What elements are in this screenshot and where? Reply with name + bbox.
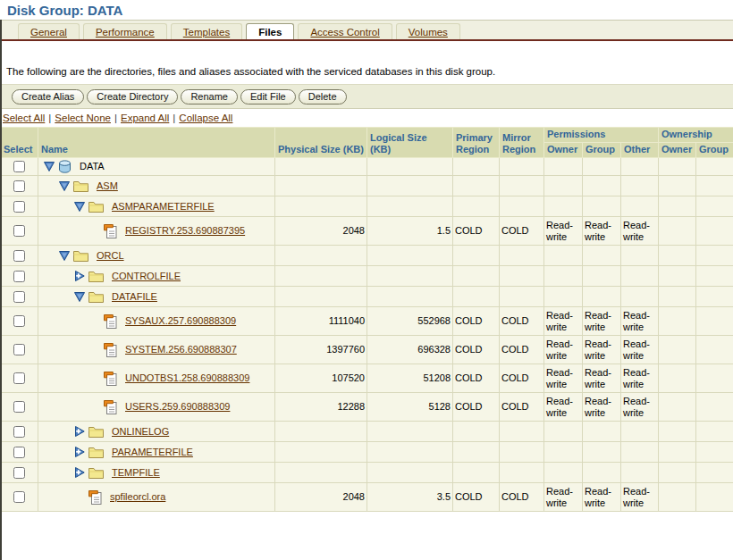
physical-size-cell: 2048	[275, 483, 367, 512]
directory-link[interactable]: TEMPFILE	[112, 467, 160, 478]
physical-size-cell	[275, 196, 367, 217]
tree-node: CONTROLFILE	[40, 271, 273, 282]
select-cell	[1, 246, 38, 266]
select-all-link[interactable]: Select All	[3, 113, 45, 123]
edit-file-button[interactable]: Edit File	[240, 89, 296, 104]
row-checkbox[interactable]	[13, 467, 25, 479]
directory-link[interactable]: DATAFILE	[112, 291, 157, 302]
perm-group-cell: Read-write	[583, 483, 621, 512]
tree-node: DATA	[40, 160, 273, 173]
logical-size-cell: 51208	[367, 364, 453, 393]
row-checkbox[interactable]	[13, 161, 25, 172]
directory-link[interactable]: CONTROLFILE	[112, 271, 181, 281]
row-checkbox[interactable]	[13, 315, 25, 327]
perm-other-cell: Read-write	[621, 307, 659, 336]
file-link[interactable]: SYSAUX.257.690888309	[125, 315, 236, 326]
tab-label[interactable]: Performance	[96, 27, 155, 38]
toolbar: Create AliasCreate DirectoryRenameEdit F…	[0, 84, 733, 109]
tab-volumes[interactable]: Volumes	[396, 23, 460, 39]
row-checkbox[interactable]	[13, 271, 25, 282]
logical-size-cell: 3.5	[367, 483, 453, 512]
table-row: DATAFILE	[1, 287, 733, 307]
tree-node: TEMPFILE	[40, 467, 273, 479]
tree-node: ASMPARAMETERFILE	[40, 201, 273, 213]
table-row: SYSAUX.257.690888309 1111040 552968 COLD…	[1, 307, 733, 336]
tab-templates[interactable]: Templates	[171, 23, 242, 39]
collapse-node-icon[interactable]	[74, 292, 88, 302]
collapse-node-icon[interactable]	[74, 202, 88, 212]
row-checkbox[interactable]	[13, 372, 25, 384]
row-checkbox[interactable]	[13, 447, 25, 458]
file-link[interactable]: USERS.259.690888309	[125, 401, 230, 412]
tab-label: Files	[258, 27, 282, 38]
select-none-link[interactable]: Select None	[55, 113, 111, 123]
header-logical-size: Logical Size (KB)	[367, 128, 453, 158]
file-link[interactable]: SYSTEM.256.690888307	[125, 344, 237, 355]
row-checkbox[interactable]	[13, 180, 25, 192]
directory-link[interactable]: ASM	[97, 180, 118, 191]
row-checkbox[interactable]	[13, 291, 25, 303]
folder-icon	[88, 271, 104, 282]
primary-region-cell: COLD	[453, 217, 500, 246]
expand-node-icon[interactable]	[74, 447, 88, 457]
ownership-group-cell	[696, 442, 733, 463]
expand-node-icon[interactable]	[74, 271, 88, 281]
collapse-node-icon[interactable]	[59, 181, 72, 191]
create-directory-button[interactable]: Create Directory	[87, 89, 178, 104]
mirror-region-cell	[500, 246, 544, 266]
perm-owner-cell	[544, 422, 583, 442]
tab-label[interactable]: Volumes	[409, 27, 448, 38]
expand-all-link[interactable]: Expand All	[121, 113, 169, 123]
ownership-owner-cell	[659, 176, 696, 196]
tab-performance[interactable]: Performance	[83, 23, 167, 39]
perm-group-cell	[583, 463, 621, 483]
create-alias-button[interactable]: Create Alias	[12, 89, 84, 104]
primary-region-cell	[453, 266, 500, 287]
disk-group-name: DATA	[80, 161, 105, 171]
row-checkbox[interactable]	[13, 225, 25, 237]
row-checkbox[interactable]	[13, 491, 25, 503]
table-row: CONTROLFILE	[1, 266, 733, 287]
folder-icon	[88, 467, 104, 479]
directory-link[interactable]: ORCL	[97, 250, 124, 261]
file-link[interactable]: spfileorcl.ora	[110, 491, 165, 502]
ownership-group-cell	[696, 196, 733, 217]
tab-bar: GeneralPerformanceTemplatesFilesAccess C…	[0, 20, 733, 41]
expand-node-icon[interactable]	[74, 467, 88, 478]
row-checkbox[interactable]	[13, 344, 25, 355]
collapse-node-icon[interactable]	[44, 162, 57, 171]
tree-node: PARAMETERFILE	[40, 447, 273, 458]
row-checkbox[interactable]	[13, 250, 25, 262]
rename-button[interactable]: Rename	[181, 89, 238, 104]
tab-label[interactable]: General	[30, 27, 67, 38]
row-checkbox[interactable]	[13, 426, 25, 438]
perm-group-cell: Read-write	[583, 307, 621, 336]
directory-link[interactable]: PARAMETERFILE	[112, 447, 193, 457]
tab-general[interactable]: General	[18, 23, 80, 39]
table-row: REGISTRY.253.690887395 2048 1.5 COLD COL…	[1, 217, 733, 246]
tab-files[interactable]: Files	[246, 23, 294, 39]
row-checkbox[interactable]	[13, 201, 25, 213]
file-link[interactable]: UNDOTBS1.258.690888309	[125, 372, 249, 383]
directory-link[interactable]: ONLINELOG	[112, 426, 169, 437]
tab-label[interactable]: Access Control	[310, 27, 379, 38]
tab-access-control[interactable]: Access Control	[298, 23, 392, 39]
select-cell	[1, 442, 38, 463]
row-checkbox[interactable]	[13, 401, 25, 413]
perm-group-cell: Read-write	[583, 217, 621, 246]
collapse-all-link[interactable]: Collapse All	[179, 113, 232, 123]
directory-link[interactable]: ASMPARAMETERFILE	[112, 201, 215, 212]
select-cell	[1, 266, 38, 287]
folder-icon	[73, 180, 88, 192]
tab-label[interactable]: Templates	[183, 27, 230, 38]
file-icon	[104, 314, 117, 329]
primary-region-cell: COLD	[453, 393, 500, 422]
select-cell	[1, 422, 38, 442]
delete-button[interactable]: Delete	[299, 89, 347, 104]
name-cell: REGISTRY.253.690887395	[38, 217, 275, 246]
file-icon	[88, 490, 102, 505]
expand-node-icon[interactable]	[74, 426, 88, 437]
ownership-group-cell	[696, 393, 733, 422]
collapse-node-icon[interactable]	[59, 251, 72, 261]
file-link[interactable]: REGISTRY.253.690887395	[125, 225, 245, 236]
